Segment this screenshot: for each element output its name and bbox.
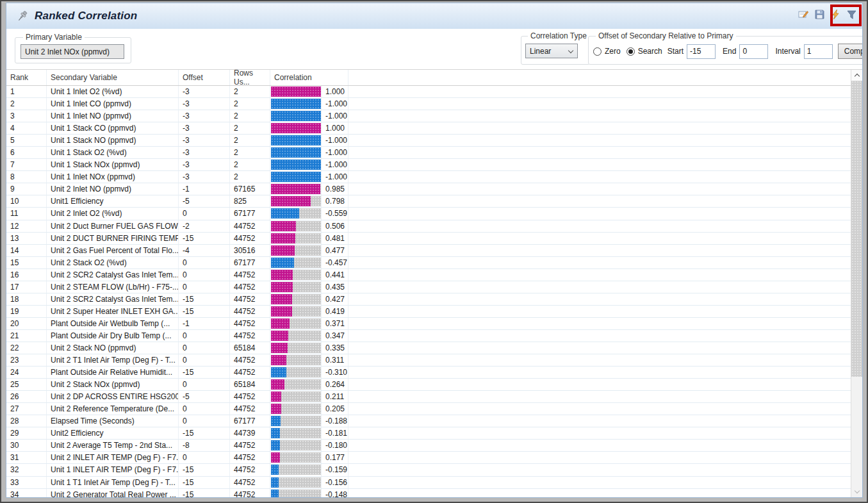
cell-secondary-variable: Unit 2 STEAM FLOW (Lb/Hr) - F75-... [47,281,179,293]
cell-rank: 10 [6,195,47,207]
table-row[interactable]: 18Unit 2 SCR2 Catalyst Gas Inlet Tem...-… [6,293,851,306]
cell-correlation-bar [270,269,322,281]
correlation-bar-negative [271,440,280,450]
table-row[interactable]: 15Unit 2 Stack O2 (%vd)067177-0.457 [6,257,851,269]
table-row[interactable]: 11Unit 2 Inlet O2 (%vd)067177-0.559 [6,208,851,220]
cell-correlation-value: 1.000 [322,86,348,97]
start-input[interactable] [687,44,716,59]
primary-variable-field[interactable]: Unit 2 Inlet NOx (ppmvd) [20,44,124,59]
table-row[interactable]: 6Unit 1 Stack O2 (%vd)-32-1.000 [6,147,851,159]
table-row[interactable]: 8Unit 1 Inlet NOx (ppmvd)-32-1.000 [6,171,851,183]
correlation-bar-negative [271,367,286,377]
table-row[interactable]: 25Unit 2 Stack NOx (ppmvd)0651840.264 [6,379,851,391]
cell-correlation-value: -0.310 [322,367,348,378]
cell-correlation-value: 0.481 [322,233,348,244]
cell-rank: 1 [6,86,47,97]
cell-filler [348,171,851,183]
scrollbar-up-arrow-icon[interactable] [851,70,862,81]
save-icon[interactable] [813,8,826,21]
correlation-bar-track [271,282,321,292]
table-row[interactable]: 33Unit 1 T1 Inlet Air Temp (Deg F) - T..… [6,477,851,489]
table-row[interactable]: 27Unit 2 Reference Temperature (De...044… [6,403,851,415]
table-row[interactable]: 13Unit 2 DUCT BURNER FIRING TEMP...-1544… [6,233,851,245]
table-row[interactable]: 26Unit 2 DP ACROSS ENTIRE HSG200...-5447… [6,391,851,403]
col-header-offset[interactable]: Offset [179,70,230,85]
correlation-bar-negative [271,416,281,426]
cell-filler [348,220,851,232]
table-row[interactable]: 1Unit 1 Inlet O2 (%vd)-321.000 [6,86,851,98]
filter-icon[interactable] [845,8,858,21]
table-row[interactable]: 24Plant Outside Air Relative Humidit...-… [6,367,851,379]
cell-offset: -8 [179,440,230,451]
cell-secondary-variable: Unit 1 Inlet NOx (ppmvd) [47,171,179,183]
table-row[interactable]: 14Unit 2 Gas Fuel Percent of Total Flo..… [6,245,851,257]
table-row[interactable]: 19Unit 2 Super Heater INLET EXH GA...-15… [6,306,851,318]
cell-correlation-value: -0.559 [322,208,348,219]
scrollbar-down-arrow-icon[interactable] [851,486,862,497]
table-row[interactable]: 31Unit 2 INLET AIR TEMP (Deg F) - F7...0… [6,452,851,464]
interval-label: Interval [775,47,800,56]
cell-rank: 3 [6,110,47,122]
table-row[interactable]: 34Unit 2 Generator Total Real Power ...-… [6,489,851,497]
cell-filler [348,354,851,366]
edit-icon[interactable] [797,8,810,21]
table-row[interactable]: 16Unit 2 SCR2 Catalyst Gas Inlet Tem...0… [6,269,851,281]
end-input[interactable] [739,44,768,59]
table-row[interactable]: 5Unit 1 Stack NO (ppmvd)-32-1.000 [6,135,851,147]
table-row[interactable]: 32Unit 1 INLET AIR TEMP (Deg F) - F7...-… [6,464,851,476]
cell-filler [348,122,851,134]
correlation-bar-negative [271,258,294,268]
table-row[interactable]: 17Unit 2 STEAM FLOW (Lb/Hr) - F75-...044… [6,281,851,293]
table-row[interactable]: 23Unit 2 T1 Inlet Air Temp (Deg F) - T..… [6,354,851,367]
lightning-icon[interactable] [829,8,842,21]
col-header-secondary-variable[interactable]: Secondary Variable [47,70,179,85]
cell-secondary-variable: Plant Outside Air Relative Humidit... [47,367,179,378]
cell-filler [348,403,851,415]
cell-rank: 15 [6,257,47,268]
zero-radio[interactable] [593,47,602,56]
scrollbar-thumb[interactable] [851,81,862,377]
results-grid: Rank Secondary Variable Offset Rows Us..… [6,70,851,497]
cell-rank: 6 [6,147,47,158]
table-row[interactable]: 10Unit1 Efficiency-58250.798 [6,195,851,208]
cell-secondary-variable: Unit 1 Inlet CO (ppmvd) [47,98,179,110]
table-row[interactable]: 2Unit 1 Inlet CO (ppmvd)-32-1.000 [6,98,851,110]
cell-offset: -15 [179,293,230,305]
col-header-rows-used[interactable]: Rows Us... [230,70,270,85]
vertical-scrollbar[interactable] [851,70,862,497]
cell-rows-used: 2 [230,159,270,170]
table-row[interactable]: 20Plant Outside Air Wetbulb Temp (...-14… [6,318,851,330]
cell-offset: -1 [179,183,230,195]
correlation-type-select[interactable]: Linear [525,44,578,58]
table-row[interactable]: 28Elapsed Time (Seconds)067177-0.188 [6,415,851,427]
cell-rows-used: 2 [230,171,270,183]
cell-rows-used: 67165 [230,183,270,195]
cell-filler [348,86,851,97]
cell-correlation-value: -0.159 [322,464,348,475]
correlation-bar-track [271,245,321,256]
table-row[interactable]: 12Unit 2 Duct Burner FUEL GAS FLOW...-24… [6,220,851,233]
correlation-bar-positive [271,452,280,463]
cell-correlation-bar [270,427,322,439]
interval-input[interactable] [804,44,833,59]
table-row[interactable]: 22Unit 2 Stack NO (ppmvd)0651840.335 [6,342,851,354]
compute-button[interactable]: Compute [838,44,863,59]
cell-rank: 16 [6,269,47,281]
table-row[interactable]: 29Unit2 Efficiency-1544739-0.181 [6,427,851,440]
table-row[interactable]: 4Unit 1 Stack CO (ppmvd)-321.000 [6,122,851,135]
cell-correlation-value: 0.985 [322,183,348,195]
table-row[interactable]: 7Unit 1 Stack NOx (ppmvd)-32-1.000 [6,159,851,171]
table-row[interactable]: 21Plant Outside Air Dry Bulb Temp (...04… [6,330,851,342]
table-row[interactable]: 30Unit 2 Average T5 Temp - 2nd Sta...-84… [6,440,851,452]
col-header-rank[interactable]: Rank [6,70,47,85]
table-row[interactable]: 9Unit 2 Inlet NO (ppmvd)-1671650.985 [6,183,851,195]
cell-rows-used: 67177 [230,208,270,219]
cell-correlation-value: 0.347 [322,330,348,342]
cell-secondary-variable: Unit 2 SCR2 Catalyst Gas Inlet Tem... [47,293,179,305]
table-row[interactable]: 3Unit 1 Inlet NO (ppmvd)-32-1.000 [6,110,851,122]
col-header-correlation[interactable]: Correlation [270,70,348,85]
cell-rank: 20 [6,318,47,329]
search-radio[interactable] [626,47,635,56]
cell-correlation-value: 0.427 [322,293,348,305]
correlation-bar-negative [271,160,321,170]
